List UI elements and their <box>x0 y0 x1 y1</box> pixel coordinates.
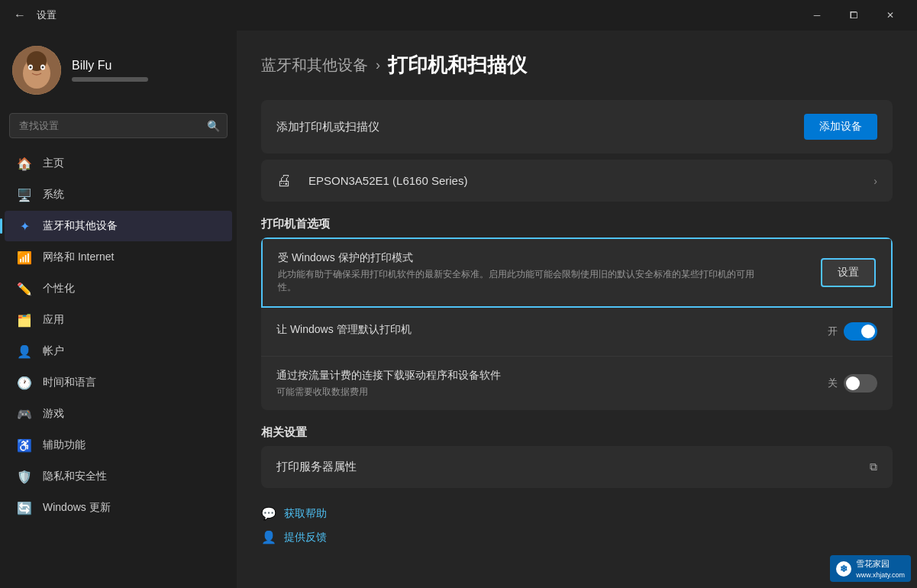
manage-default-title: 让 Windows 管理默认打印机 <box>276 323 828 337</box>
sidebar-item-label-network: 网络和 Internet <box>43 250 114 264</box>
feedback-icon: 👤 <box>261 530 276 544</box>
sidebar-item-update[interactable]: 🔄Windows 更新 <box>5 493 232 523</box>
sidebar-item-accessibility[interactable]: ♿辅助功能 <box>5 430 232 460</box>
avatar <box>12 46 61 95</box>
sidebar-item-label-home: 主页 <box>43 157 64 170</box>
print-server-row[interactable]: 打印服务器属性 ⧉ <box>261 446 893 488</box>
printer-options-heading: 打印机首选项 <box>261 217 893 231</box>
sidebar-item-label-time: 时间和语言 <box>43 376 96 389</box>
search-input[interactable] <box>9 113 228 138</box>
feedback-link[interactable]: 👤 提供反馈 <box>261 530 893 544</box>
windows-protected-row: 受 Windows 保护的打印模式 此功能有助于确保采用打印机软件的最新安全标准… <box>261 237 893 308</box>
sidebar: Billy Fu 🔍 🏠主页🖥️系统✦蓝牙和其他设备📶网络和 Internet✏… <box>0 31 237 588</box>
sidebar-item-label-update: Windows 更新 <box>43 501 111 515</box>
windows-protected-desc: 此功能有助于确保采用打印机软件的最新安全标准。启用此功能可能会限制使用旧的默认安… <box>278 268 767 294</box>
sidebar-item-gaming[interactable]: 🎮游戏 <box>5 399 232 429</box>
titlebar: ← 设置 ─ ⧠ ✕ <box>0 0 917 31</box>
sidebar-item-label-privacy: 隐私和安全性 <box>43 470 107 483</box>
close-button[interactable]: ✕ <box>873 3 908 27</box>
user-profile[interactable]: Billy Fu <box>0 31 237 110</box>
time-icon: 🕐 <box>17 375 32 390</box>
watermark: ❄ 雪花家园 www.xhjaty.com <box>830 555 911 582</box>
sidebar-item-label-accounts: 帐户 <box>43 344 64 358</box>
sidebar-item-label-bluetooth: 蓝牙和其他设备 <box>43 219 118 233</box>
sidebar-item-time[interactable]: 🕐时间和语言 <box>5 367 232 398</box>
home-icon: 🏠 <box>17 156 32 171</box>
sidebar-item-apps[interactable]: 🗂️应用 <box>5 305 232 335</box>
metered-connection-desc: 可能需要收取数据费用 <box>276 386 765 399</box>
main-layout: Billy Fu 🔍 🏠主页🖥️系统✦蓝牙和其他设备📶网络和 Internet✏… <box>0 31 917 588</box>
metered-toggle-label: 关 <box>828 376 838 390</box>
related-settings-section: 相关设置 打印服务器属性 ⧉ <box>261 425 893 488</box>
metered-connection-title: 通过按流量计费的连接下载驱动程序和设备软件 <box>276 369 828 383</box>
nav-items: 🏠主页🖥️系统✦蓝牙和其他设备📶网络和 Internet✏️个性化🗂️应用👤帐户… <box>0 147 237 524</box>
sidebar-item-label-accessibility: 辅助功能 <box>43 438 86 452</box>
update-icon: 🔄 <box>17 500 32 515</box>
add-printer-label: 添加打印机或扫描仪 <box>276 120 804 134</box>
search-icon: 🔍 <box>207 120 220 132</box>
watermark-icon: ❄ <box>836 561 851 577</box>
footer-links: 💬 获取帮助 👤 提供反馈 <box>261 506 893 544</box>
back-button[interactable]: ← <box>9 5 31 26</box>
chevron-right-icon: › <box>873 175 877 187</box>
external-link-icon: ⧉ <box>870 460 877 473</box>
search-box: 🔍 <box>9 113 228 138</box>
user-bar <box>72 77 148 82</box>
breadcrumb: 蓝牙和其他设备 › 打印机和扫描仪 <box>261 52 893 79</box>
printer-name: EPSON3A52E1 (L6160 Series) <box>308 174 863 187</box>
maximize-button[interactable]: ⧠ <box>836 3 871 27</box>
breadcrumb-parent[interactable]: 蓝牙和其他设备 <box>261 55 368 76</box>
add-device-button[interactable]: 添加设备 <box>804 114 877 140</box>
sidebar-item-network[interactable]: 📶网络和 Internet <box>5 242 232 273</box>
related-settings-card: 打印服务器属性 ⧉ <box>261 446 893 488</box>
windows-protected-text: 受 Windows 保护的打印模式 此功能有助于确保采用打印机软件的最新安全标准… <box>278 251 821 294</box>
metered-connection-toggle[interactable] <box>844 374 877 393</box>
manage-default-toggle-thumb <box>861 325 875 338</box>
manage-default-toggle-wrap: 开 <box>828 322 877 341</box>
manage-default-toggle[interactable] <box>844 322 877 341</box>
printer-device-card: 🖨 EPSON3A52E1 (L6160 Series) › <box>261 160 893 202</box>
window-controls: ─ ⧠ ✕ <box>799 3 908 27</box>
watermark-text: 雪花家园 www.xhjaty.com <box>856 558 905 579</box>
sidebar-item-bluetooth[interactable]: ✦蓝牙和其他设备 <box>5 211 232 241</box>
sidebar-item-personalization[interactable]: ✏️个性化 <box>5 273 232 304</box>
sidebar-item-label-system: 系统 <box>43 188 64 202</box>
apps-icon: 🗂️ <box>17 312 32 328</box>
windows-protected-title: 受 Windows 保护的打印模式 <box>278 251 821 265</box>
manage-default-toggle-label: 开 <box>828 325 838 338</box>
personalization-icon: ✏️ <box>17 281 32 296</box>
windows-protected-settings-button[interactable]: 设置 <box>821 258 876 287</box>
metered-toggle-wrap: 关 <box>828 374 877 393</box>
sidebar-item-privacy[interactable]: 🛡️隐私和安全性 <box>5 461 232 492</box>
bluetooth-icon: ✦ <box>17 218 32 234</box>
add-printer-row: 添加打印机或扫描仪 添加设备 <box>261 100 893 153</box>
privacy-icon: 🛡️ <box>17 469 32 484</box>
sidebar-item-label-personalization: 个性化 <box>43 282 75 296</box>
metered-connection-row: 通过按流量计费的连接下载驱动程序和设备软件 可能需要收取数据费用 关 <box>261 357 893 411</box>
sidebar-item-accounts[interactable]: 👤帐户 <box>5 336 232 367</box>
metered-toggle-thumb <box>846 376 860 390</box>
network-icon: 📶 <box>17 250 32 265</box>
related-settings-heading: 相关设置 <box>261 425 893 440</box>
content-area: 蓝牙和其他设备 › 打印机和扫描仪 添加打印机或扫描仪 添加设备 🖨 EPSON… <box>237 31 917 588</box>
titlebar-title: 设置 <box>37 8 57 22</box>
printer-icon: 🖨 <box>276 172 298 189</box>
print-server-label: 打印服务器属性 <box>276 460 870 474</box>
manage-default-text: 让 Windows 管理默认打印机 <box>276 323 828 340</box>
sidebar-item-system[interactable]: 🖥️系统 <box>5 179 232 210</box>
svg-point-6 <box>30 66 32 69</box>
sidebar-item-label-apps: 应用 <box>43 313 64 327</box>
printer-row[interactable]: 🖨 EPSON3A52E1 (L6160 Series) › <box>261 160 893 202</box>
breadcrumb-arrow: › <box>376 57 380 73</box>
get-help-link[interactable]: 💬 获取帮助 <box>261 506 893 521</box>
minimize-button[interactable]: ─ <box>799 3 835 27</box>
add-printer-card: 添加打印机或扫描仪 添加设备 <box>261 100 893 153</box>
sidebar-item-home[interactable]: 🏠主页 <box>5 148 232 179</box>
user-info: Billy Fu <box>72 59 148 82</box>
gaming-icon: 🎮 <box>17 406 32 422</box>
metered-connection-text: 通过按流量计费的连接下载驱动程序和设备软件 可能需要收取数据费用 <box>276 369 828 399</box>
feedback-label: 提供反馈 <box>284 531 327 544</box>
svg-point-7 <box>42 66 44 69</box>
accessibility-icon: ♿ <box>17 438 32 453</box>
breadcrumb-current: 打印机和扫描仪 <box>388 52 527 79</box>
